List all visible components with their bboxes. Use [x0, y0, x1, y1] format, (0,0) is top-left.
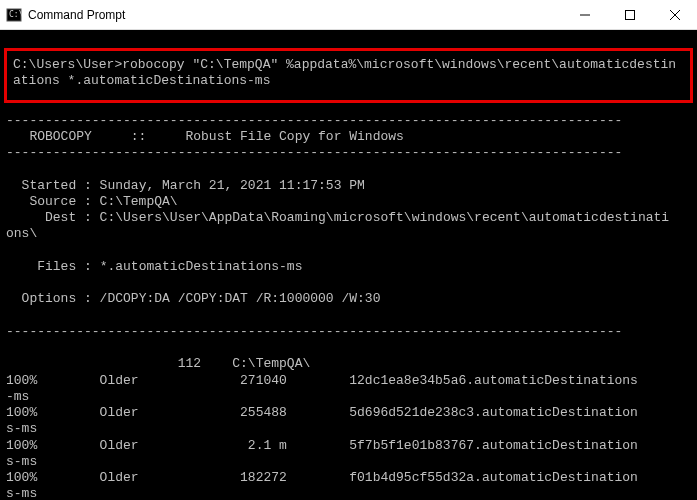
blank-line — [6, 243, 691, 259]
file-row-wrap: s-ms — [6, 421, 691, 437]
files-line: Files : *.automaticDestinations-ms — [6, 259, 691, 275]
blank-line — [6, 161, 691, 177]
terminal-output[interactable]: C:\Users\User>robocopy "C:\TempQA" %appd… — [0, 30, 697, 500]
window-controls — [562, 0, 697, 29]
divider: ----------------------------------------… — [6, 324, 691, 340]
file-row: 100% Older 271040 12dc1ea8e34b5a6.automa… — [6, 373, 691, 389]
dir-heading: 112 C:\TempQA\ — [6, 356, 691, 372]
source-line: Source : C:\TempQA\ — [6, 194, 691, 210]
divider: ----------------------------------------… — [6, 145, 691, 161]
dest-line-1: Dest : C:\Users\User\AppData\Roaming\mic… — [6, 210, 691, 226]
robocopy-banner: ROBOCOPY :: Robust File Copy for Windows — [6, 129, 691, 145]
started-line: Started : Sunday, March 21, 2021 11:17:5… — [6, 178, 691, 194]
blank-line — [6, 340, 691, 356]
file-row-wrap: -ms — [6, 389, 691, 405]
file-row: 100% Older 182272 f01b4d95cf55d32a.autom… — [6, 470, 691, 486]
divider: ----------------------------------------… — [6, 113, 691, 129]
command-line-1: C:\Users\User>robocopy "C:\TempQA" %appd… — [13, 57, 684, 73]
maximize-button[interactable] — [607, 0, 652, 29]
svg-text:C:\: C:\ — [9, 10, 22, 19]
blank-line — [6, 275, 691, 291]
close-button[interactable] — [652, 0, 697, 29]
command-highlight: C:\Users\User>robocopy "C:\TempQA" %appd… — [4, 48, 693, 103]
options-line: Options : /DCOPY:DA /COPY:DAT /R:1000000… — [6, 291, 691, 307]
minimize-button[interactable] — [562, 0, 607, 29]
svg-rect-3 — [625, 10, 634, 19]
command-line-2: ations *.automaticDestinations-ms — [13, 73, 684, 89]
file-row-wrap: s-ms — [6, 486, 691, 500]
file-row: 100% Older 2.1 m 5f7b5f1e01b83767.automa… — [6, 438, 691, 454]
blank-line — [6, 308, 691, 324]
window-title: Command Prompt — [28, 8, 562, 22]
dest-line-2: ons\ — [6, 226, 691, 242]
titlebar[interactable]: C:\ Command Prompt — [0, 0, 697, 30]
file-row-wrap: s-ms — [6, 454, 691, 470]
cmd-icon: C:\ — [6, 7, 22, 23]
file-row: 100% Older 255488 5d696d521de238c3.autom… — [6, 405, 691, 421]
